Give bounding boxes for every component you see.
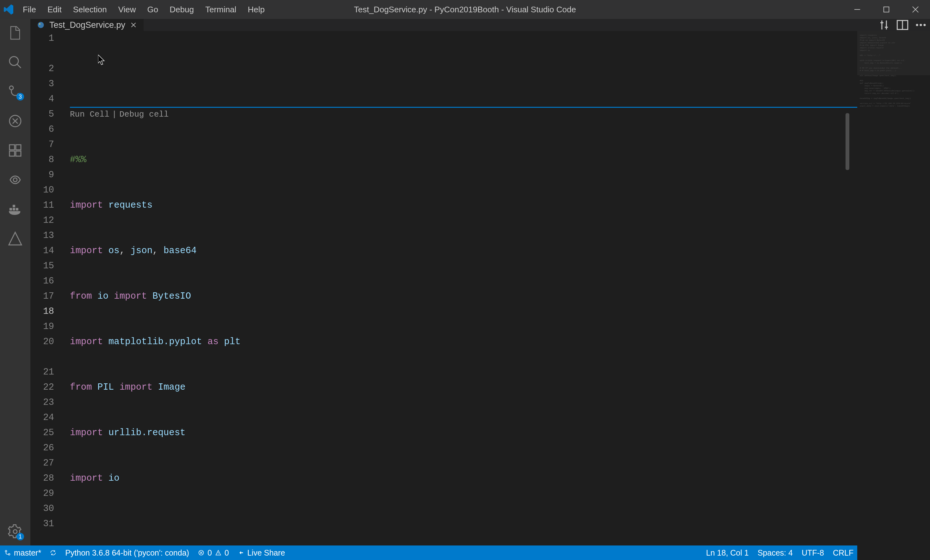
- svg-point-16: [38, 22, 44, 28]
- editor-area: Test_DogService.py 1 2 3 4 5 6 7 8 9: [30, 19, 930, 545]
- svg-rect-11: [9, 208, 12, 210]
- split-editor-icon[interactable]: [896, 19, 908, 31]
- svg-point-22: [5, 551, 7, 552]
- svg-rect-7: [16, 145, 21, 150]
- explorer-icon[interactable]: [8, 25, 23, 40]
- settings-icon[interactable]: 1: [8, 524, 23, 539]
- tab-close-icon[interactable]: [130, 21, 137, 29]
- compare-changes-icon[interactable]: [878, 19, 890, 31]
- svg-rect-9: [16, 151, 21, 156]
- azure-icon[interactable]: [8, 231, 23, 246]
- search-icon[interactable]: [8, 55, 23, 70]
- svg-rect-6: [9, 145, 15, 150]
- window-title: Test_DogService.py - PyCon2019Booth - Vi…: [354, 5, 576, 15]
- debug-cell-link[interactable]: Debug cell: [119, 107, 169, 122]
- svg-point-20: [919, 24, 922, 26]
- python-file-icon: [37, 21, 45, 29]
- extensions-icon[interactable]: [8, 143, 23, 158]
- activitybar: 3 1: [0, 19, 30, 545]
- svg-rect-12: [13, 208, 15, 210]
- svg-point-23: [9, 554, 10, 555]
- editor-scrollbar[interactable]: [845, 113, 849, 170]
- minimap[interactable]: import requests import os, json, base64 …: [857, 31, 930, 560]
- cell-codelens-1: Run Cell| Debug cell: [70, 107, 857, 122]
- editor-body[interactable]: 1 2 3 4 5 6 7 8 9 10 11 12 13 14 15 16 1…: [30, 31, 930, 560]
- svg-rect-1: [884, 7, 889, 12]
- editor-tab[interactable]: Test_DogService.py: [30, 19, 144, 31]
- menu-selection[interactable]: Selection: [68, 2, 112, 17]
- menu-file[interactable]: File: [17, 2, 42, 17]
- line-number-gutter: 1 2 3 4 5 6 7 8 9 10 11 12 13 14 15 16 1…: [30, 31, 70, 560]
- mouse-cursor: [98, 55, 106, 66]
- minimize-button[interactable]: [843, 0, 872, 19]
- menu-view[interactable]: View: [112, 2, 142, 17]
- svg-point-21: [923, 24, 925, 26]
- svg-point-3: [9, 86, 13, 90]
- sourcecontrol-badge: 3: [17, 93, 24, 100]
- svg-rect-8: [9, 151, 15, 156]
- menu-help[interactable]: Help: [242, 2, 270, 17]
- vscode-icon: [4, 5, 14, 15]
- editor-actions: [878, 19, 930, 31]
- svg-rect-14: [13, 205, 15, 207]
- svg-rect-13: [16, 208, 18, 210]
- menu-go[interactable]: Go: [142, 2, 164, 17]
- svg-point-19: [916, 24, 918, 26]
- debug-icon[interactable]: [8, 114, 23, 129]
- titlebar: File Edit Selection View Go Debug Termin…: [0, 0, 930, 19]
- run-cell-link[interactable]: Run Cell: [70, 107, 109, 122]
- maximize-button[interactable]: [872, 0, 901, 19]
- settings-badge: 1: [17, 533, 24, 540]
- svg-point-15: [13, 530, 17, 534]
- svg-point-2: [9, 57, 18, 65]
- code-content[interactable]: Run Cell| Debug cell #%% import requests…: [70, 31, 857, 560]
- docker-icon[interactable]: [8, 202, 23, 217]
- tab-filename: Test_DogService.py: [49, 20, 125, 30]
- more-actions-icon[interactable]: [915, 19, 927, 31]
- menu-edit[interactable]: Edit: [42, 2, 68, 17]
- svg-point-10: [13, 178, 17, 182]
- close-button[interactable]: [901, 0, 930, 19]
- sourcecontrol-icon[interactable]: 3: [8, 84, 23, 99]
- tabs-bar: Test_DogService.py: [30, 19, 930, 31]
- window-controls: [843, 0, 930, 19]
- svg-rect-0: [855, 9, 860, 10]
- menubar: File Edit Selection View Go Debug Termin…: [17, 2, 271, 17]
- menu-debug[interactable]: Debug: [164, 2, 200, 17]
- liveshare-icon[interactable]: [8, 172, 23, 187]
- svg-point-17: [39, 23, 40, 25]
- menu-terminal[interactable]: Terminal: [200, 2, 242, 17]
